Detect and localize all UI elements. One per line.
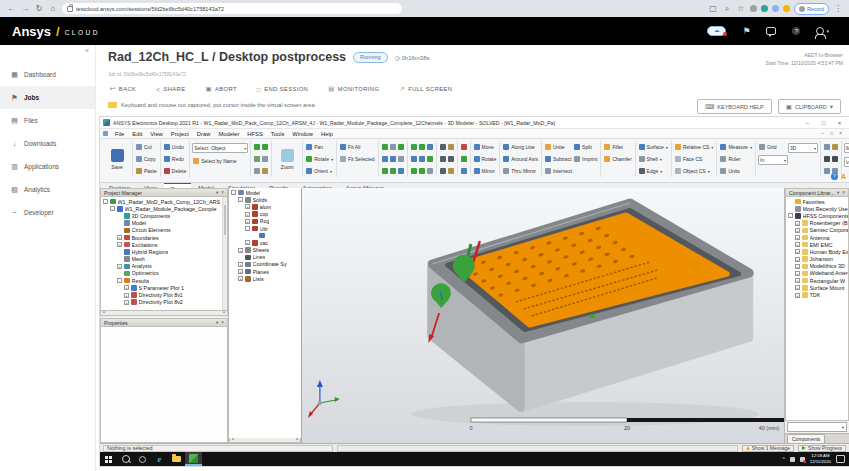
tree-item[interactable]: + Directivity Plot 8v2 [101, 299, 227, 306]
tree-item[interactable]: + Rog [229, 218, 301, 225]
action-center-icon[interactable] [836, 455, 845, 463]
tree-item[interactable]: + Human Body Ex [786, 248, 848, 255]
pin-icon[interactable]: ▾ [216, 320, 218, 325]
internet-explorer-icon[interactable]: e [151, 452, 168, 466]
tree-expander[interactable]: - [788, 213, 793, 218]
ribbon-button[interactable]: Relative CS▾ [674, 141, 715, 153]
ribbon-button[interactable]: Object CS▾ [674, 165, 715, 177]
child-close-icon[interactable] [836, 131, 845, 136]
ribbon-button[interactable]: vacuum▾ [844, 157, 849, 167]
ribbon-button[interactable]: Face CS [674, 153, 715, 165]
ribbon-button[interactable] [823, 165, 831, 177]
file-explorer-icon[interactable] [168, 452, 185, 466]
sidebar-item[interactable]: ▥ Applications [0, 155, 95, 178]
sidebar-item[interactable]: ⚑ Jobs [0, 86, 95, 109]
viewport-3d-scene[interactable]: 0 20 40 (mm) [302, 188, 784, 443]
tree-item[interactable]: + alum [229, 203, 301, 210]
ribbon-button[interactable]: Orient▾ [305, 165, 334, 177]
pin-icon[interactable]: ▾ [837, 190, 839, 195]
tree-item[interactable]: + Johanson [786, 256, 848, 263]
help-icon[interactable]: ? [792, 27, 800, 35]
tree-expander[interactable]: + [124, 293, 129, 298]
ribbon-button[interactable] [410, 141, 418, 153]
tree-expander[interactable]: - [117, 278, 122, 283]
menu-item[interactable]: Help [317, 131, 337, 137]
ribbon-button[interactable]: Units [719, 165, 753, 177]
browser-menu-icon[interactable]: ⋮ [833, 5, 843, 13]
menu-item[interactable]: View [146, 131, 166, 137]
ribbon-button[interactable]: Shell▾ [638, 153, 669, 165]
tray-notification-icon[interactable] [800, 457, 805, 462]
menu-item[interactable]: HFSS [243, 131, 266, 137]
ribbon-button[interactable] [397, 165, 405, 177]
tree-item[interactable]: + Sheets [229, 247, 301, 254]
ribbon-button[interactable]: Copy [135, 153, 158, 165]
tree-expander[interactable]: + [795, 228, 800, 233]
ribbon-button[interactable] [418, 165, 426, 177]
tree-item[interactable]: - Model [229, 189, 301, 196]
tree-item[interactable]: + Rosenberger (B [786, 220, 848, 227]
tree-expander[interactable]: + [795, 221, 800, 226]
ribbon-button[interactable] [410, 165, 418, 177]
ribbon-button[interactable]: Surface▾ [638, 141, 669, 153]
tree-expander[interactable]: + [238, 276, 243, 281]
ribbon-button[interactable] [397, 141, 405, 153]
ribbon-button[interactable] [439, 165, 447, 177]
tree-item[interactable]: - W1_Radar_MoD_Pack_Comp_12Ch_ARS [101, 198, 227, 205]
virtual-screen[interactable]: ANSYS Electronics Desktop 2021 R1 - W1_R… [100, 117, 849, 466]
ribbon-button[interactable] [418, 153, 426, 165]
project-manager-header[interactable]: Project Manager ▾× [100, 188, 228, 197]
tree-item[interactable]: + Planes [229, 268, 301, 275]
sidebar-item[interactable]: ▦ Dashboard [0, 63, 95, 86]
taskbar-search-icon[interactable] [117, 452, 134, 466]
ribbon-button[interactable] [447, 165, 455, 177]
bookmark-star-icon[interactable]: ☆ [736, 5, 746, 13]
session-action-button[interactable]: □ END SESSION [257, 85, 308, 93]
sidebar-item[interactable]: ▧ Analytics [0, 178, 95, 201]
browser-search-icon[interactable]: ⌕ [722, 5, 732, 13]
tree-item[interactable]: + cop [229, 211, 301, 218]
tree-expander[interactable]: + [795, 264, 800, 269]
sidebar-item[interactable]: ~ Developer [0, 201, 95, 224]
ribbon-button[interactable]: Select by Name [192, 155, 248, 167]
ribbon-button[interactable] [831, 141, 839, 153]
ribbon-button[interactable]: Fillet [603, 141, 632, 153]
tree-expander[interactable]: - [231, 190, 236, 195]
tree-expander[interactable]: + [795, 249, 800, 254]
ribbon-button[interactable]: Thru Mirror [502, 165, 539, 177]
tree-expander[interactable]: + [795, 235, 800, 240]
ansys-assistant-icon[interactable]: A [841, 173, 846, 180]
tree-item[interactable]: + Boundaries [101, 234, 227, 241]
tree-item[interactable]: + Analysis [101, 263, 227, 270]
ribbon-button[interactable]: Edge▾ [638, 165, 669, 177]
tree-item[interactable] [229, 232, 301, 239]
tree-item[interactable]: - Results [101, 277, 227, 284]
tree-item[interactable]: + Coordinate Sy [229, 261, 301, 268]
ribbon-button[interactable]: Paste [135, 165, 158, 177]
ribbon-button[interactable]: Undo [163, 141, 187, 153]
keyboard-help-button[interactable]: ⌨ KEYBOARD HELP [697, 99, 772, 114]
tree-item[interactable]: + S Parameter Plot 1 [101, 284, 227, 291]
tree-expander[interactable]: - [238, 197, 243, 202]
ribbon-button[interactable] [381, 153, 389, 165]
ribbon-button[interactable] [253, 165, 261, 177]
tree-expander[interactable]: + [795, 293, 800, 298]
ribbon-button[interactable]: Rotate [473, 153, 498, 165]
aedt-titlebar[interactable]: ANSYS Electronics Desktop 2021 R1 - W1_R… [100, 117, 849, 129]
ribbon-button[interactable]: Delete [163, 165, 187, 177]
ribbon-button[interactable] [823, 141, 831, 153]
ribbon-button[interactable] [253, 153, 261, 165]
ribbon-button[interactable]: Intersect [544, 165, 573, 177]
tree-item[interactable]: + Lists [229, 275, 301, 282]
tree-expander[interactable]: + [795, 278, 800, 283]
tree-expander[interactable]: + [245, 240, 250, 245]
tree-item[interactable]: + Wideband Anten [786, 270, 848, 277]
sidebar-item[interactable]: ▤ Files [0, 109, 95, 132]
ribbon-button[interactable] [426, 165, 434, 177]
ribbon-button[interactable] [381, 165, 389, 177]
ribbon-button[interactable] [831, 153, 839, 165]
ribbon-button[interactable]: Subtract [544, 153, 573, 165]
ribbon-button[interactable]: Fit All [339, 141, 375, 153]
ribbon-button[interactable]: Chamfer [603, 153, 632, 165]
tree-item[interactable]: Mesh [101, 256, 227, 263]
